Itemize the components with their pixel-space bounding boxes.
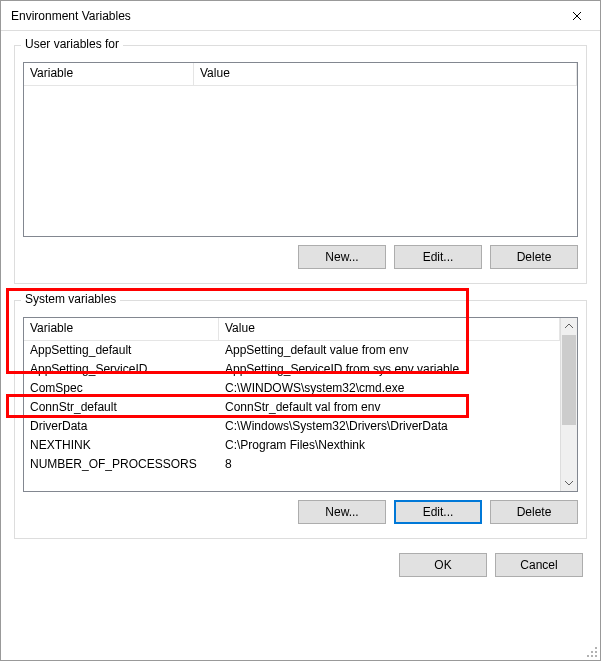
table-row[interactable]: DriverData C:\Windows\System32\Drivers\D… [24, 417, 560, 436]
svg-point-0 [595, 647, 597, 649]
system-delete-button[interactable]: Delete [490, 500, 578, 524]
titlebar: Environment Variables [1, 1, 600, 31]
system-list-scrollbar[interactable] [560, 318, 577, 491]
cell-variable: NUMBER_OF_PROCESSORS [24, 456, 219, 473]
system-list-body: Variable Value AppSetting_default AppSet… [24, 318, 560, 491]
table-row[interactable]: NEXTHINK C:\Program Files\Nexthink [24, 436, 560, 455]
user-delete-button[interactable]: Delete [490, 245, 578, 269]
svg-point-3 [587, 655, 589, 657]
user-variables-group: User variables for Variable Value New...… [14, 45, 587, 284]
client-area: User variables for Variable Value New...… [1, 31, 600, 660]
system-variables-list[interactable]: Variable Value AppSetting_default AppSet… [23, 317, 578, 492]
system-col-value[interactable]: Value [219, 318, 560, 341]
system-variables-legend: System variables [21, 292, 120, 306]
table-row[interactable]: NUMBER_OF_PROCESSORS 8 [24, 455, 560, 474]
resize-grip-icon [584, 644, 598, 658]
user-variables-legend: User variables for [21, 37, 123, 51]
cell-value: AppSetting_ServiceID from sys env variab… [219, 361, 560, 378]
cancel-button[interactable]: Cancel [495, 553, 583, 577]
scroll-up-button[interactable] [561, 318, 577, 335]
user-list-header: Variable Value [24, 63, 577, 86]
table-row[interactable]: ComSpec C:\WINDOWS\system32\cmd.exe [24, 379, 560, 398]
table-row[interactable]: ConnStr_default ConnStr_default val from… [24, 398, 560, 417]
cell-value: C:\WINDOWS\system32\cmd.exe [219, 380, 560, 397]
svg-point-4 [591, 655, 593, 657]
system-list-header: Variable Value [24, 318, 560, 341]
system-edit-button[interactable]: Edit... [394, 500, 482, 524]
system-col-variable[interactable]: Variable [24, 318, 219, 341]
window-title: Environment Variables [1, 9, 554, 23]
close-button[interactable] [554, 1, 600, 31]
scroll-down-button[interactable] [561, 474, 577, 491]
system-new-button[interactable]: New... [298, 500, 386, 524]
env-variables-dialog: Environment Variables User variables for… [0, 0, 601, 661]
cell-value: 8 [219, 456, 560, 473]
scroll-track[interactable] [561, 335, 577, 474]
user-col-value[interactable]: Value [194, 63, 577, 86]
cell-value: C:\Program Files\Nexthink [219, 437, 560, 454]
close-icon [572, 11, 582, 21]
chevron-down-icon [565, 480, 573, 485]
table-row[interactable]: AppSetting_default AppSetting_default va… [24, 341, 560, 360]
cell-variable: AppSetting_default [24, 342, 219, 359]
user-new-button[interactable]: New... [298, 245, 386, 269]
user-col-variable[interactable]: Variable [24, 63, 194, 86]
user-buttons-row: New... Edit... Delete [23, 237, 578, 275]
chevron-up-icon [565, 324, 573, 329]
cell-value: ConnStr_default val from env [219, 399, 560, 416]
cell-variable: AppSetting_ServiceID [24, 361, 219, 378]
svg-point-2 [595, 651, 597, 653]
user-edit-button[interactable]: Edit... [394, 245, 482, 269]
cell-value: C:\Windows\System32\Drivers\DriverData [219, 418, 560, 435]
cell-value: AppSetting_default value from env [219, 342, 560, 359]
cell-variable: ComSpec [24, 380, 219, 397]
table-row[interactable]: AppSetting_ServiceID AppSetting_ServiceI… [24, 360, 560, 379]
svg-point-1 [591, 651, 593, 653]
scroll-thumb[interactable] [562, 335, 576, 425]
svg-point-5 [595, 655, 597, 657]
resize-grip[interactable] [584, 644, 598, 658]
system-buttons-row: New... Edit... Delete [23, 492, 578, 530]
cell-variable: NEXTHINK [24, 437, 219, 454]
cell-variable: DriverData [24, 418, 219, 435]
cell-variable: ConnStr_default [24, 399, 219, 416]
ok-button[interactable]: OK [399, 553, 487, 577]
system-variables-group: System variables Variable Value AppSetti… [14, 300, 587, 539]
user-variables-list[interactable]: Variable Value [23, 62, 578, 237]
dialog-footer: OK Cancel [14, 545, 587, 581]
